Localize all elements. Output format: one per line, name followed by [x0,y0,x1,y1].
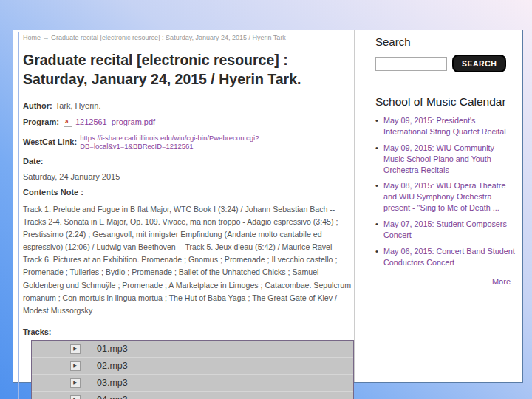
calendar-event-link[interactable]: May 09, 2015: President's International … [375,115,516,137]
track-row: ▶ 04.mp3 [32,392,353,399]
calendar-event-link[interactable]: May 09, 2015: WIU Community Music School… [375,143,516,176]
tracks-table: ▶ 01.mp3 ▶ 02.mp3 ▶ 03.mp3 ▶ 04.mp3 [31,340,354,399]
author-value: Tark, Hyerin. [55,101,101,110]
date-label: Date: [23,157,44,166]
search-input[interactable] [375,57,447,71]
more-link[interactable]: More [363,277,511,286]
contents-label-row: Contents Note : [23,188,355,197]
westcat-row: WestCat Link: https://i-share.carli.illi… [23,134,355,150]
breadcrumb: Home → Graduate recital [electronic reso… [23,32,355,41]
play-icon[interactable]: ▶ [70,344,81,354]
main-column: Home → Graduate recital [electronic reso… [18,32,355,399]
calendar-event-link[interactable]: May 07, 2015: Student Composers Concert [375,219,516,241]
track-row: ▶ 02.mp3 [32,358,353,375]
content-window: Home → Graduate recital [electronic reso… [13,30,523,383]
sidebar: Search SEARCH School of Music Calendar M… [363,33,519,286]
track-row: ▶ 03.mp3 [32,375,353,392]
tracks-label-row: Tracks: [23,327,355,336]
page-title: Graduate recital [electronic resource] :… [23,50,355,89]
play-icon[interactable]: ▶ [70,395,81,399]
contents-note-text: Track 1. Prelude and Fugue in B flat Maj… [23,203,357,317]
track-filename[interactable]: 03.mp3 [97,378,128,388]
pdf-icon: a [64,117,72,127]
program-pdf-link[interactable]: 1212561_program.pdf [75,117,155,126]
track-filename[interactable]: 02.mp3 [97,361,128,371]
play-icon[interactable]: ▶ [70,378,81,388]
westcat-label: WestCat Link: [23,137,77,146]
date-value: Saturday, 24 January 2015 [23,172,355,181]
track-row: ▶ 01.mp3 [32,341,353,358]
search-row: SEARCH [375,55,519,72]
breadcrumb-separator-icon: → [43,34,50,41]
play-icon[interactable]: ▶ [70,361,81,371]
breadcrumb-home-link[interactable]: Home [23,34,41,41]
calendar-event-link[interactable]: May 08, 2015: WIU Opera Theatre and WIU … [375,180,516,214]
contents-note-label: Contents Note : [23,188,83,197]
search-button[interactable]: SEARCH [452,55,506,72]
tracks-label: Tracks: [23,327,52,336]
calendar-event-link[interactable]: May 06, 2015: Concert Band Student Condu… [375,246,516,268]
date-label-row: Date: [23,157,355,166]
program-row: Program: a 1212561_program.pdf [23,117,355,127]
calendar-event-list: May 09, 2015: President's International … [375,115,516,268]
track-filename[interactable]: 04.mp3 [97,395,128,399]
column-divider [354,30,355,382]
author-label: Author: [23,101,52,110]
track-filename[interactable]: 01.mp3 [97,344,128,354]
search-heading: Search [375,35,519,48]
breadcrumb-current: Graduate recital [electronic resource] :… [51,34,286,41]
program-label: Program: [23,117,59,126]
westcat-link[interactable]: https://i-share.carli.illinois.edu/wiu/c… [80,134,355,150]
calendar-heading: School of Music Calendar [375,95,519,109]
author-row: Author: Tark, Hyerin. [23,101,355,110]
